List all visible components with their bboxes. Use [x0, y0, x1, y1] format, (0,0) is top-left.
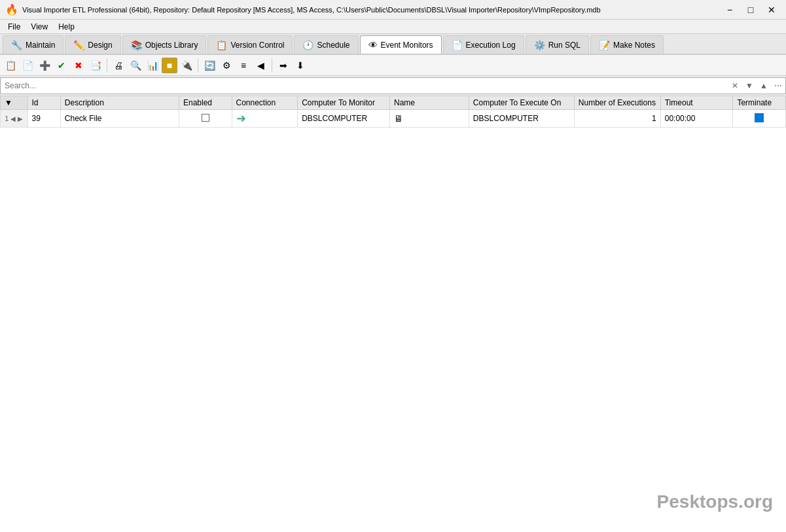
tab-event-monitors[interactable]: 👁 Event Monitors: [360, 35, 442, 54]
tab-objects-library-label: Objects Library: [145, 41, 198, 50]
toolbar-delete[interactable]: ✖: [71, 58, 86, 73]
col-header-name[interactable]: Name: [390, 96, 469, 110]
objects-library-icon: 📚: [131, 40, 142, 50]
tab-schedule-label: Schedule: [317, 41, 349, 50]
tab-run-sql[interactable]: ⚙️ Run SQL: [526, 35, 589, 54]
cell-id: 39: [27, 110, 60, 128]
cell-computer-to-execute-on: DBSLCOMPUTER: [469, 110, 574, 128]
cell-timeout: 00:00:00: [660, 110, 733, 128]
col-header-rownum[interactable]: ▼: [1, 96, 28, 110]
toolbar-sep-1: [107, 58, 107, 73]
search-input[interactable]: [1, 78, 728, 94]
tab-schedule[interactable]: 🕐 Schedule: [294, 35, 358, 54]
toolbar-list[interactable]: ≡: [236, 58, 251, 73]
toolbar: 📋 📄 ➕ ✔ ✖ 📑 🖨 🔍 📊 ■ 🔌 🔄 ⚙ ≡ ◀ ➡ ⬇: [0, 55, 786, 76]
tab-version-control[interactable]: 📋 Version Control: [207, 35, 293, 54]
tab-design[interactable]: ✏️ Design: [65, 35, 120, 54]
col-header-computer-to-execute-on[interactable]: Computer To Execute On: [469, 96, 574, 110]
col-header-computer-to-monitor[interactable]: Computer To Monitor: [298, 96, 390, 110]
col-header-connection[interactable]: Connection: [232, 96, 298, 110]
col-header-description[interactable]: Description: [60, 96, 179, 110]
toolbar-print[interactable]: 🖨: [111, 58, 126, 73]
toolbar-sep-2: [198, 58, 198, 73]
toolbar-sep-3: [272, 58, 272, 73]
maintain-icon: 🔧: [11, 40, 22, 50]
row-number: 1: [5, 115, 9, 122]
toolbar-new[interactable]: 📋: [3, 58, 18, 73]
toolbar-preview[interactable]: 🔍: [128, 58, 143, 73]
row-nav-fwd[interactable]: ▶: [18, 115, 23, 122]
menu-bar: File View Help: [0, 20, 786, 34]
cell-terminate[interactable]: [733, 110, 786, 128]
terminate-checkbox[interactable]: [755, 113, 764, 122]
tab-objects-library[interactable]: 📚 Objects Library: [122, 35, 207, 54]
event-monitors-icon: 👁: [368, 40, 378, 50]
col-header-enabled[interactable]: Enabled: [179, 96, 232, 110]
table-row[interactable]: 1 ◀ ▶ 39 Check File ➜ DBSLCOMPUTER 🖥: [1, 110, 786, 128]
toolbar-refresh[interactable]: 🔄: [202, 58, 217, 73]
cell-enabled[interactable]: [179, 110, 232, 128]
execution-log-icon: 📄: [452, 40, 463, 50]
cell-computer-to-monitor: DBSLCOMPUTER: [298, 110, 390, 128]
row-num-cell: 1 ◀ ▶: [1, 110, 28, 128]
tab-run-sql-label: Run SQL: [548, 41, 581, 50]
cell-connection: ➜: [232, 110, 298, 128]
menu-view[interactable]: View: [26, 21, 53, 33]
main-content: ✕ ▼ ▲ ⋯ ▼ Id Description Enabled Connect…: [0, 76, 786, 532]
tab-execution-log[interactable]: 📄 Execution Log: [443, 35, 524, 54]
schedule-icon: 🕐: [302, 40, 313, 50]
tab-bar: 🔧 Maintain ✏️ Design 📚 Objects Library 📋…: [0, 34, 786, 55]
sort-icon: ▼: [5, 98, 12, 107]
data-grid: ▼ Id Description Enabled Connection Comp…: [0, 96, 786, 128]
toolbar-active[interactable]: ■: [162, 58, 177, 73]
tab-maintain[interactable]: 🔧 Maintain: [3, 35, 63, 54]
toolbar-add[interactable]: ➕: [37, 58, 52, 73]
window-title: Visual Importer ETL Professional (64bit)…: [22, 6, 721, 14]
name-icon: 🖥: [394, 113, 403, 124]
grid-container[interactable]: ▼ Id Description Enabled Connection Comp…: [0, 96, 786, 532]
design-icon: ✏️: [73, 40, 84, 50]
make-notes-icon: 📝: [599, 40, 610, 50]
tab-execution-log-label: Execution Log: [466, 41, 516, 50]
row-nav-back[interactable]: ◀: [10, 115, 16, 122]
connection-arrow-icon: ➜: [236, 112, 246, 125]
col-header-id[interactable]: Id: [27, 96, 60, 110]
toolbar-report[interactable]: 📊: [145, 58, 160, 73]
close-button[interactable]: ✕: [762, 1, 781, 19]
search-up-button[interactable]: ▲: [757, 79, 771, 93]
cell-name: 🖥: [390, 110, 469, 128]
menu-help[interactable]: Help: [53, 21, 80, 33]
toolbar-open[interactable]: 📄: [20, 58, 35, 73]
tab-maintain-label: Maintain: [26, 41, 55, 50]
enabled-checkbox[interactable]: [202, 114, 209, 122]
title-bar: 🔥 Visual Importer ETL Professional (64bi…: [0, 0, 786, 20]
toolbar-export[interactable]: ➡: [276, 58, 291, 73]
toolbar-settings[interactable]: ⚙: [219, 58, 234, 73]
minimize-button[interactable]: −: [721, 1, 739, 19]
col-header-timeout[interactable]: Timeout: [660, 96, 733, 110]
toolbar-down[interactable]: ⬇: [293, 58, 308, 73]
col-header-number-of-executions[interactable]: Number of Executions: [574, 96, 660, 110]
cell-description: Check File: [60, 110, 179, 128]
search-bar: ✕ ▼ ▲ ⋯: [0, 77, 786, 94]
toolbar-btn11[interactable]: 🔌: [179, 58, 194, 73]
search-clear-button[interactable]: ✕: [728, 79, 742, 93]
toolbar-copy[interactable]: 📑: [88, 58, 103, 73]
col-header-terminate[interactable]: Terminate: [733, 96, 786, 110]
window-controls: − □ ✕: [721, 1, 781, 19]
tab-design-label: Design: [88, 41, 112, 50]
search-options-button[interactable]: ⋯: [771, 79, 785, 93]
cell-number-of-executions: 1: [574, 110, 660, 128]
version-control-icon: 📋: [216, 40, 227, 50]
maximize-button[interactable]: □: [741, 1, 760, 19]
run-sql-icon: ⚙️: [534, 40, 545, 50]
tab-make-notes-label: Make Notes: [613, 41, 655, 50]
menu-file[interactable]: File: [3, 21, 26, 33]
tab-event-monitors-label: Event Monitors: [381, 41, 433, 50]
toolbar-save[interactable]: ✔: [54, 58, 69, 73]
tab-make-notes[interactable]: 📝 Make Notes: [590, 35, 664, 54]
tab-version-control-label: Version Control: [230, 41, 284, 50]
search-down-button[interactable]: ▼: [742, 79, 757, 93]
toolbar-back[interactable]: ◀: [253, 58, 268, 73]
app-icon: 🔥: [5, 3, 18, 16]
